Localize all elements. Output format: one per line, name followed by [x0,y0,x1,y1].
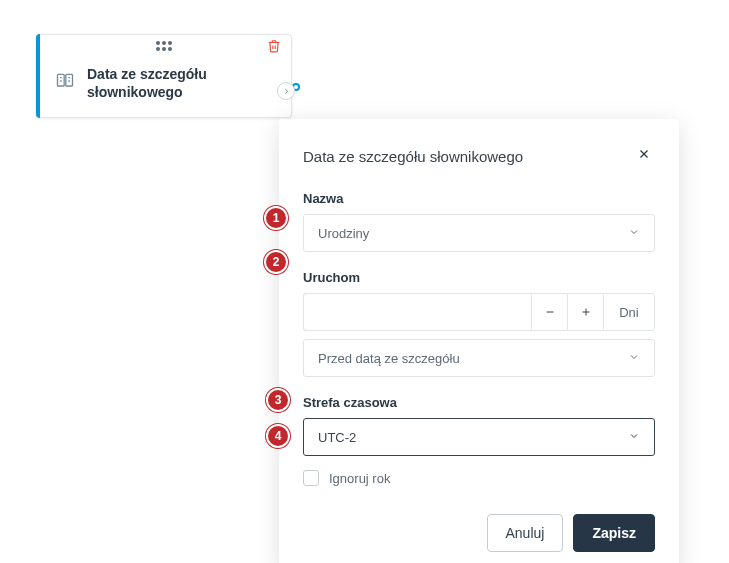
close-icon[interactable] [633,143,655,169]
workflow-node[interactable]: Data ze szczegółu słownikowego [36,34,292,118]
run-relative-value: Przed datą ze szczegółu [318,351,460,366]
name-select[interactable]: Urodziny [303,214,655,252]
svg-rect-1 [66,75,73,87]
tz-label: Strefa czasowa [303,395,655,410]
trash-icon[interactable] [267,39,281,57]
settings-panel: Data ze szczegółu słownikowego Nazwa Uro… [279,119,679,563]
callout-badge-1: 1 [264,206,288,230]
panel-actions: Anuluj Zapisz [303,514,655,552]
chevron-down-icon [628,351,640,366]
tz-select[interactable]: UTC-2 [303,418,655,456]
callout-badge-2: 2 [264,250,288,274]
save-button[interactable]: Zapisz [573,514,655,552]
run-unit: Dni [603,293,655,331]
connector-expand-icon[interactable] [277,82,295,100]
cancel-button[interactable]: Anuluj [487,514,564,552]
run-group: Uruchom Dni Przed datą ze szczegółu [303,270,655,377]
decrement-button[interactable] [531,293,567,331]
increment-button[interactable] [567,293,603,331]
name-label: Nazwa [303,191,655,206]
run-relative-select[interactable]: Przed datą ze szczegółu [303,339,655,377]
tz-group: Strefa czasowa UTC-2 [303,395,655,456]
chevron-down-icon [628,430,640,445]
svg-rect-0 [58,75,65,87]
drag-handle-icon[interactable] [156,41,172,51]
tz-value: UTC-2 [318,430,356,445]
ignore-year-label: Ignoruj rok [329,471,390,486]
panel-title: Data ze szczegółu słownikowego [303,148,523,165]
name-group: Nazwa Urodziny [303,191,655,252]
run-label: Uruchom [303,270,655,285]
callout-badge-4: 4 [266,424,290,448]
book-icon [55,71,75,95]
chevron-down-icon [628,226,640,241]
name-value: Urodziny [318,226,369,241]
node-title: Data ze szczegółu słownikowego [87,65,277,101]
callout-badge-3: 3 [266,388,290,412]
run-offset-input[interactable] [303,293,531,331]
ignore-year-checkbox[interactable] [303,470,319,486]
node-header [37,35,291,57]
ignore-year-row: Ignoruj rok [303,470,655,486]
